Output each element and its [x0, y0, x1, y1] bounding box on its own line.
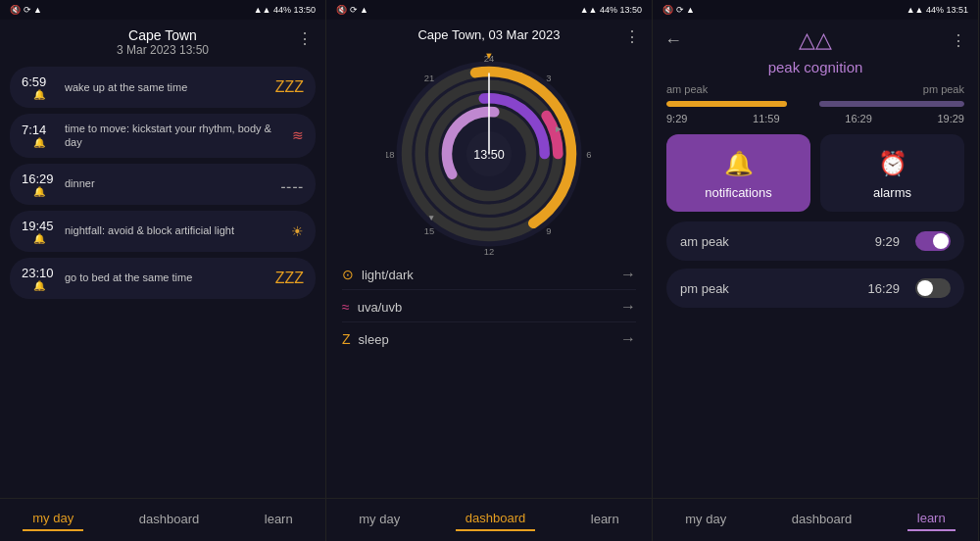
- status-bar-3: 🔇 ⟳ ▲ ▲▲ 44% 13:51: [653, 0, 978, 20]
- sleep-icon-2: ZZZ: [275, 270, 304, 287]
- nav-dashboard-2[interactable]: dashboard: [456, 507, 535, 531]
- bottom-nav-2: my day dashboard learn: [326, 498, 652, 541]
- notifications-label: notifications: [705, 185, 772, 200]
- alarm-item-2[interactable]: 7:14 🔔 time to move: kickstart your rhyt…: [10, 114, 316, 158]
- alarm-bell-4: 🔔: [33, 233, 45, 244]
- arrow-icon-1: →: [620, 266, 636, 283]
- back-arrow-icon[interactable]: ←: [664, 30, 682, 51]
- sunset-icon: ☀: [291, 223, 304, 239]
- fork-icon: ⚋⚋: [280, 176, 304, 191]
- alarm-desc-2: time to move: kickstart your rhythm, bod…: [65, 122, 284, 150]
- legend-item-uva[interactable]: ≈ uva/uvb →: [342, 298, 636, 322]
- datetime-label-1: 3 Mar 2023 13:50: [117, 43, 209, 57]
- svg-text:21: 21: [424, 74, 435, 84]
- menu-dots-1[interactable]: ⋮: [297, 29, 314, 48]
- alarm-item-5[interactable]: 23:10 🔔 go to bed at the same time ZZZ: [10, 258, 316, 299]
- alarm-bell-1: 🔔: [33, 89, 45, 100]
- nav-my-day-1[interactable]: my day: [23, 507, 83, 531]
- alarm-desc-4: nightfall: avoid & block artificial ligh…: [65, 223, 283, 237]
- legend-list: ⊙ light/dark → ≈ uva/uvb → Z sleep →: [326, 262, 652, 498]
- am-peak-toggle-switch[interactable]: [915, 231, 951, 251]
- chart-svg: 13:50 24 ▼ 6 18 12 3 21 9 15 ▲ ▶ ▼: [386, 51, 592, 257]
- action-buttons: 🔔 notifications ⏰ alarms: [653, 124, 978, 221]
- am-peak-label: am peak: [666, 83, 708, 95]
- pm-peak-toggle-value: 16:29: [867, 281, 900, 296]
- legend-item-light[interactable]: ⊙ light/dark →: [342, 266, 636, 290]
- pm-peak-toggle-label: pm peak: [680, 281, 729, 296]
- alarm-item-1[interactable]: 6:59 🔔 wake up at the same time ZZZ: [10, 67, 316, 108]
- svg-text:▶: ▶: [556, 123, 563, 133]
- bell-icon: 🔔: [724, 150, 754, 177]
- am-peak-toggle-value: 9:29: [875, 234, 900, 249]
- circular-chart: 13:50 24 ▼ 6 18 12 3 21 9 15 ▲ ▶ ▼: [326, 46, 652, 262]
- alarm-clock-icon: ⏰: [878, 150, 907, 177]
- legend-label-sleep: sleep: [359, 332, 389, 347]
- status-bar-1: 🔇 ⟳ ▲ ▲▲ 44% 13:50: [0, 0, 325, 20]
- alarm-time-2: 7:14: [22, 123, 57, 137]
- pm-peak-toggle-knob: [917, 280, 933, 296]
- am-start-time: 9:29: [666, 113, 687, 124]
- arrow-icon-2: →: [620, 298, 636, 316]
- menu-dots-2[interactable]: ⋮: [624, 27, 640, 46]
- city-label-2: Cape Town, 03 Mar 2023: [417, 27, 560, 42]
- pm-peak-toggle-row[interactable]: pm peak 16:29: [666, 269, 964, 308]
- alarm-time-1: 6:59: [22, 74, 57, 89]
- pm-end-time: 19:29: [937, 113, 964, 124]
- dashboard-header: Cape Town, 03 Mar 2023 ⋮: [326, 20, 652, 46]
- alarm-list: 6:59 🔔 wake up at the same time ZZZ 7:14…: [0, 63, 325, 498]
- notifications-button[interactable]: 🔔 notifications: [666, 134, 810, 212]
- nav-dashboard-3[interactable]: dashboard: [782, 508, 861, 530]
- bottom-nav-1: my day dashboard learn: [0, 498, 325, 541]
- peak-cognition-panel: 🔇 ⟳ ▲ ▲▲ 44% 13:51 ← △△ ⋮ peak cognition…: [653, 0, 979, 541]
- peak-cognition-title: peak cognition: [653, 57, 978, 83]
- alarm-desc-5: go to bed at the same time: [65, 270, 268, 284]
- alarm-time-5: 23:10: [22, 266, 57, 280]
- sleep-legend-icon: Z: [342, 331, 351, 347]
- peak-bars-section: am peak pm peak 9:29 11:59 16:29 19:29: [653, 83, 978, 124]
- alarm-item-4[interactable]: 19:45 🔔 nightfall: avoid & block artific…: [10, 211, 316, 252]
- svg-text:▼: ▼: [484, 51, 493, 61]
- svg-text:12: 12: [484, 246, 495, 257]
- nav-learn-2[interactable]: learn: [581, 508, 629, 530]
- alarm-bell-5: 🔔: [33, 280, 45, 291]
- legend-label-light: light/dark: [362, 268, 414, 282]
- right-header: ← △△ ⋮: [653, 20, 978, 57]
- uva-uvb-icon: ≈: [342, 299, 350, 315]
- pm-peak-toggle-right: 16:29: [867, 278, 951, 298]
- am-peak-toggle-knob: [933, 233, 949, 249]
- alarm-bell-2: 🔔: [33, 137, 45, 148]
- panel-header-1: Cape Town 3 Mar 2023 13:50 ⋮: [0, 20, 325, 63]
- nav-my-day-2[interactable]: my day: [349, 508, 410, 530]
- svg-text:▼: ▼: [427, 213, 435, 222]
- toggle-section: am peak 9:29 pm peak 16:29: [653, 221, 978, 498]
- logo-triangle-icon: △△: [799, 27, 832, 53]
- svg-text:9: 9: [546, 225, 551, 236]
- legend-item-sleep[interactable]: Z sleep →: [342, 330, 636, 354]
- alarms-button[interactable]: ⏰ alarms: [820, 134, 964, 212]
- nav-learn-1[interactable]: learn: [255, 508, 303, 530]
- svg-text:18: 18: [386, 149, 394, 160]
- peak-times-row: 9:29 11:59 16:29 19:29: [666, 113, 964, 124]
- am-peak-toggle-row[interactable]: am peak 9:29: [666, 221, 964, 261]
- am-peak-toggle-label: am peak: [680, 234, 729, 249]
- sleep-icon-1: ZZZ: [275, 78, 304, 96]
- nav-my-day-3[interactable]: my day: [675, 508, 736, 530]
- svg-text:▲: ▲: [517, 70, 525, 79]
- svg-text:6: 6: [586, 149, 591, 160]
- svg-text:3: 3: [546, 74, 551, 84]
- pm-peak-toggle-switch[interactable]: [915, 278, 951, 298]
- alarm-time-4: 19:45: [22, 219, 57, 233]
- alarm-item-3[interactable]: 16:29 🔔 dinner ⚋⚋: [10, 164, 316, 205]
- light-dark-icon: ⊙: [342, 267, 354, 282]
- status-bar-2: 🔇 ⟳ ▲ ▲▲ 44% 13:50: [326, 0, 652, 20]
- nav-learn-3[interactable]: learn: [907, 507, 956, 531]
- my-day-panel: 🔇 ⟳ ▲ ▲▲ 44% 13:50 Cape Town 3 Mar 2023 …: [0, 0, 326, 541]
- menu-dots-3[interactable]: ⋮: [951, 31, 966, 50]
- svg-text:15: 15: [424, 225, 435, 236]
- wave-icon: ≋: [292, 127, 304, 143]
- bottom-nav-3: my day dashboard learn: [653, 498, 978, 541]
- legend-label-uva: uva/uvb: [358, 300, 403, 315]
- alarms-label: alarms: [873, 185, 911, 200]
- nav-dashboard-1[interactable]: dashboard: [129, 508, 209, 530]
- city-label-1: Cape Town: [128, 27, 197, 43]
